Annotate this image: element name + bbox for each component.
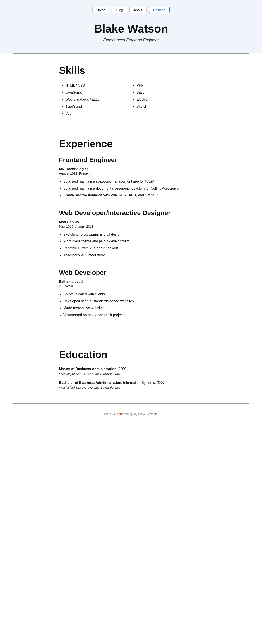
job-1-dates: August 2019–Present bbox=[59, 172, 203, 175]
duty-item: Developed usable, standards-based websit… bbox=[63, 298, 203, 304]
job-2-duties: Sketching, prototyping, and UI design Wo… bbox=[59, 232, 203, 258]
site-footer: Made with ❤️ and ☕ by Blake Watson. bbox=[0, 404, 262, 422]
edu-1-degree-name: Master of Business Administration bbox=[59, 367, 116, 371]
skill-item: PHP bbox=[136, 83, 203, 88]
skills-column-1: HTML / CSS JavaScript Web standards / a1… bbox=[61, 83, 132, 118]
job-2-company: Mad Genius bbox=[59, 220, 203, 224]
site-header: Home Blog About Resume Blake Watson Expe… bbox=[0, 0, 262, 54]
duty-item: Sketching, prototyping, and UI design bbox=[63, 232, 203, 237]
edu-1-year: 2009 bbox=[118, 367, 126, 371]
skills-grid: HTML / CSS JavaScript Web standards / a1… bbox=[59, 83, 203, 118]
skill-item: JavaScript bbox=[65, 90, 132, 95]
edu-entry-1: Master of Business Administration, 2009 … bbox=[59, 367, 203, 376]
edu-2-detail: Information Systems, 2007 bbox=[123, 381, 165, 384]
skills-title: Skills bbox=[59, 64, 203, 76]
hero-name: Blake Watson bbox=[0, 22, 262, 35]
skill-item: Sass bbox=[136, 90, 203, 95]
edu-2-school: Mississippi State University, Starkville… bbox=[59, 386, 203, 390]
edu-entry-2: Bachelor of Business Admiinistration, In… bbox=[59, 381, 203, 390]
edu-2-degree-name: Bachelor of Business Admiinistration bbox=[59, 381, 121, 384]
job-1-duties: Build and maintain a spacesuit managemen… bbox=[59, 179, 203, 198]
skill-item: Electron bbox=[136, 97, 203, 102]
duty-item: Reactive UI with Vue and Knockout bbox=[63, 246, 203, 251]
job-3: Web Developer Self employed 2007–2015 Co… bbox=[59, 269, 203, 318]
nav-about[interactable]: About bbox=[130, 6, 146, 13]
job-2: Web Developer/Interactive Designer Mad G… bbox=[59, 209, 203, 258]
job-1-title: Frontend Engineer bbox=[59, 156, 203, 164]
job-1: Frontend Engineer MRI Technologies Augus… bbox=[59, 156, 203, 198]
duty-item: Build and maintain a document management… bbox=[63, 186, 203, 192]
skills-column-2: PHP Sass Electron Sketch bbox=[132, 83, 203, 118]
duty-item: Create reactive frontends with Vue, REST… bbox=[63, 192, 203, 198]
duty-item: Build and maintain a spacesuit managemen… bbox=[63, 179, 203, 184]
skill-item: HTML / CSS bbox=[65, 83, 132, 88]
job-3-duties: Communicated with clients Developed usab… bbox=[59, 292, 203, 318]
experience-title: Experience bbox=[59, 138, 203, 150]
job-2-title: Web Developer/Interactive Designer bbox=[59, 209, 203, 216]
job-2-dates: May 2015–August 2019 bbox=[59, 224, 203, 228]
job-1-company: MRI Technologies bbox=[59, 167, 203, 171]
heart-icon: ❤️ bbox=[119, 412, 123, 416]
nav-blog[interactable]: Blog bbox=[112, 6, 127, 13]
skill-item: Vue bbox=[65, 111, 132, 116]
duty-item: WordPress theme and plugin development bbox=[63, 238, 203, 244]
coffee-icon: ☕ bbox=[130, 412, 133, 416]
education-content: Education Master of Business Administrat… bbox=[46, 338, 216, 404]
skill-item: Web standards / a11y bbox=[65, 97, 132, 102]
edu-2-degree: Bachelor of Business Admiinistration, In… bbox=[59, 381, 203, 385]
skills-section: Skills HTML / CSS JavaScript Web standar… bbox=[59, 54, 203, 127]
skill-item: TypeScript bbox=[65, 104, 132, 109]
nav-resume[interactable]: Resume bbox=[149, 6, 170, 13]
footer-middle: and bbox=[124, 412, 129, 416]
job-3-dates: 2007–2015 bbox=[59, 284, 203, 288]
duty-item: Third-party API integrations bbox=[63, 252, 203, 258]
main-nav: Home Blog About Resume bbox=[0, 4, 262, 13]
job-3-company: Self employed bbox=[59, 280, 203, 284]
main-content: Skills HTML / CSS JavaScript Web standar… bbox=[46, 54, 216, 127]
duty-item: Communicated with clients bbox=[63, 292, 203, 297]
education-section: Education Master of Business Administrat… bbox=[59, 338, 203, 404]
hero-subtitle: Experienced Frontend Engineer bbox=[0, 38, 262, 42]
job-3-title: Web Developer bbox=[59, 269, 203, 276]
duty-item: Volunteered on many non-profit projects bbox=[63, 312, 203, 318]
footer-prefix: Made with bbox=[104, 412, 118, 416]
footer-text: Made with ❤️ and ☕ by Blake Watson. bbox=[0, 412, 262, 416]
experience-content: Experience Frontend Engineer MRI Technol… bbox=[46, 127, 216, 338]
edu-1-school: Mississippi State University, Starkville… bbox=[59, 372, 203, 376]
duty-item: Made responsive websites bbox=[63, 305, 203, 311]
nav-home[interactable]: Home bbox=[92, 6, 109, 13]
footer-suffix: by Blake Watson. bbox=[134, 412, 158, 416]
education-title: Education bbox=[59, 349, 203, 360]
edu-1-degree: Master of Business Administration, 2009 bbox=[59, 367, 203, 371]
experience-section: Experience Frontend Engineer MRI Technol… bbox=[59, 127, 203, 338]
skill-item: Sketch bbox=[136, 104, 203, 109]
